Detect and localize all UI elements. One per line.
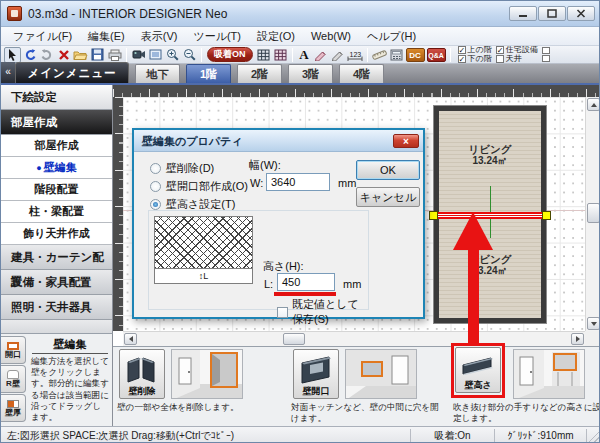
zoom-out-icon[interactable] xyxy=(181,47,198,63)
width-group-label: 幅(W): xyxy=(249,158,281,173)
tab-basement[interactable]: 地下 xyxy=(135,64,180,83)
save-default-checkbox[interactable]: 既定値として保存(S) xyxy=(277,297,368,327)
sidebar-item-wall-edit[interactable]: ●壁編集 xyxy=(1,157,112,179)
status-grid: ｸﾞﾘｯﾄﾞ:910mm xyxy=(495,429,587,443)
scroll-down-button[interactable] xyxy=(587,317,600,330)
scroll-up-button[interactable] xyxy=(587,98,600,111)
text-tool-icon[interactable]: A xyxy=(296,47,313,63)
cancel-button[interactable]: キャンセル xyxy=(356,187,420,207)
sidebar-item-stairs[interactable]: 階段配置 xyxy=(1,179,112,201)
height-input[interactable]: 450 xyxy=(277,273,335,291)
minimize-button[interactable] xyxy=(509,6,537,21)
r-wall-icon xyxy=(7,370,19,379)
horizontal-scrollbar[interactable] xyxy=(123,331,585,346)
scroll-right-button[interactable] xyxy=(571,333,584,345)
menu-web[interactable]: Web(W) xyxy=(303,27,359,46)
vertical-ruler xyxy=(113,97,123,331)
menu-help[interactable]: ヘルプ(H) xyxy=(359,27,424,46)
room-label-top: リビング 13.24㎡ xyxy=(439,143,541,167)
wall-delete-icon xyxy=(125,354,159,386)
delete-icon[interactable] xyxy=(55,47,72,63)
wall-opening-preview xyxy=(345,349,417,399)
tab-floor-1[interactable]: 1階 xyxy=(186,64,231,83)
calculator-icon[interactable] xyxy=(388,47,405,63)
tab-wall-thickness[interactable]: 壁厚 xyxy=(1,394,26,422)
checkbox-housing-equipment[interactable]: ✓住宅設備 xyxy=(496,46,538,54)
pen-icon[interactable] xyxy=(313,47,330,63)
wall-handle-left[interactable] xyxy=(429,211,438,220)
scrollbar-corner xyxy=(585,331,600,346)
sidebar-item-room-creation[interactable]: 部屋作成 xyxy=(1,135,112,157)
dialog-close-button[interactable]: × xyxy=(393,134,419,148)
pen-gray-icon[interactable] xyxy=(330,47,347,63)
help-panel: 開口 R壁 壁厚 壁編集 編集方法を選択して壁をクリックします。部分的に編集する… xyxy=(1,333,113,426)
vertical-scrollbar[interactable] xyxy=(585,97,600,331)
print-icon[interactable] xyxy=(106,47,123,63)
snap-toggle-button[interactable]: 吸着ON xyxy=(207,47,253,62)
grid-settings-icon[interactable] xyxy=(272,47,289,63)
close-button[interactable] xyxy=(567,6,595,21)
dialog-title-bar[interactable]: 壁編集のプロパティ xyxy=(134,130,423,152)
dc-button[interactable]: DC xyxy=(406,48,425,62)
vertical-scroll-thumb[interactable] xyxy=(587,203,600,223)
menu-file[interactable]: ファイル(F) xyxy=(5,27,80,46)
tab-r-wall[interactable]: R壁 xyxy=(1,365,26,393)
perspective-view-icon[interactable] xyxy=(147,47,164,63)
walkthrough-camera-icon[interactable] xyxy=(130,47,147,63)
sidebar-item-clipped[interactable] xyxy=(1,320,112,333)
horizontal-scroll-thumb[interactable] xyxy=(283,333,305,345)
wall-delete-button[interactable]: 壁削除 xyxy=(119,349,165,399)
grid-icon[interactable] xyxy=(255,47,272,63)
ok-button[interactable]: OK xyxy=(356,160,420,180)
sidebar-item-pillars-beams[interactable]: 柱・梁配置 xyxy=(1,201,112,223)
status-hint: 左:図形選択 SPACE:次選択 Drag:移動(+Ctrlでｺﾋﾟｰ) xyxy=(1,429,411,443)
sidebar-section-room-creation[interactable]: 部屋作成 xyxy=(1,110,112,135)
maximize-button[interactable] xyxy=(538,6,566,21)
floor-tab-bar: « メインメニュー 地下 1階 2階 3階 4階 xyxy=(1,64,600,85)
wall-delete-preview xyxy=(171,349,243,399)
redo-icon[interactable] xyxy=(38,47,55,63)
zoom-in-icon[interactable] xyxy=(164,47,181,63)
dimension-123-icon[interactable]: 123 xyxy=(347,47,364,63)
tab-floor-4[interactable]: 4階 xyxy=(339,64,384,83)
tab-floor-3[interactable]: 3階 xyxy=(288,64,333,83)
wall-height-highlight-box: 壁高さ xyxy=(451,343,505,398)
sidebar-item-lighting-ceiling[interactable]: 照明・天井器具 xyxy=(1,295,112,320)
menu-edit[interactable]: 編集(E) xyxy=(80,27,133,46)
checkbox-ceiling[interactable]: 天井 xyxy=(496,55,538,63)
undo-icon[interactable] xyxy=(21,47,38,63)
menu-settings[interactable]: 設定(O) xyxy=(249,27,303,46)
sidebar-item-fittings-curtains[interactable]: 建具・カーテン配置 xyxy=(1,245,112,270)
save-icon[interactable] xyxy=(89,47,106,63)
menu-tool[interactable]: ツール(T) xyxy=(185,27,249,46)
wall-height-button[interactable]: 壁高さ xyxy=(455,347,501,393)
active-bullet-icon: ● xyxy=(36,163,41,173)
wall-handle-right[interactable] xyxy=(542,211,551,220)
checkbox-upper-floor[interactable]: ✓上の階 xyxy=(458,46,492,54)
dialog-title: 壁編集のプロパティ xyxy=(134,135,243,147)
resize-grip[interactable] xyxy=(587,429,600,443)
sidebar-collapse-button[interactable]: « xyxy=(1,62,15,83)
tab-opening[interactable]: 開口 xyxy=(1,336,26,364)
radio-wall-opening[interactable]: 壁開口部作成(O) xyxy=(150,179,248,194)
checkbox-lower-floor[interactable]: ✓下の階 xyxy=(458,55,492,63)
sidebar-item-equipment-furniture[interactable]: 設備・家具配置 xyxy=(1,270,112,295)
sidebar-item-decorative-ceiling[interactable]: 飾り天井作成 xyxy=(1,223,112,245)
sidebar-item-sketch-settings[interactable]: 下絵設定 xyxy=(1,85,112,110)
svg-text:123: 123 xyxy=(350,50,362,57)
ruler-icon[interactable] xyxy=(371,47,388,63)
width-input[interactable]: 3640 xyxy=(266,173,330,191)
wall-opening-button[interactable]: 壁開口 xyxy=(293,349,339,399)
tab-floor-2[interactable]: 2階 xyxy=(237,64,282,83)
opening-icon xyxy=(7,342,19,350)
annotation-arrow-head xyxy=(453,212,493,250)
select-tool-icon[interactable] xyxy=(4,47,21,63)
radio-wall-delete[interactable]: 壁削除(D) xyxy=(150,161,214,176)
menu-view[interactable]: 表示(V) xyxy=(133,27,186,46)
window-title: 03.m3d - INTERIOR DESIGNER Neo xyxy=(28,1,227,27)
width-unit: mm xyxy=(338,177,356,189)
scroll-left-button[interactable] xyxy=(124,333,137,345)
open-file-icon[interactable] xyxy=(72,47,89,63)
qa-button[interactable]: Q&A xyxy=(427,48,446,62)
wall-height-preview xyxy=(513,349,585,399)
